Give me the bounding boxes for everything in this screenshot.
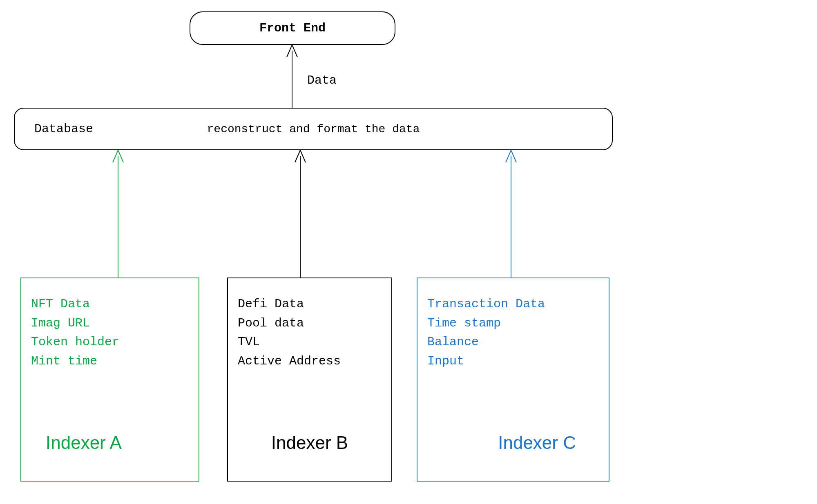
arrow-indexer-b-to-database bbox=[294, 150, 306, 278]
svg-line-7 bbox=[295, 150, 300, 162]
indexer-c-box: Transaction Data Time stamp Balance Inpu… bbox=[417, 278, 609, 482]
svg-line-2 bbox=[292, 45, 297, 57]
indexer-c-item: Input bbox=[427, 352, 599, 371]
indexer-c-item: Transaction Data bbox=[427, 295, 599, 314]
indexer-b-title: Indexer B bbox=[238, 433, 382, 471]
indexer-a-items: NFT Data Imag URL Token holder Mint time bbox=[31, 295, 189, 371]
indexer-a-box: NFT Data Imag URL Token holder Mint time… bbox=[20, 278, 199, 482]
data-arrow-label: Data bbox=[307, 73, 337, 87]
database-box: Database reconstruct and format the data bbox=[14, 108, 613, 150]
svg-line-8 bbox=[300, 150, 306, 162]
svg-line-4 bbox=[113, 150, 118, 162]
indexer-b-item: TVL bbox=[238, 333, 382, 352]
indexer-a-item: NFT Data bbox=[31, 295, 189, 314]
arrow-indexer-c-to-database bbox=[505, 150, 517, 278]
arrow-indexer-a-to-database bbox=[112, 150, 124, 278]
indexer-a-item: Mint time bbox=[31, 352, 189, 371]
svg-line-1 bbox=[287, 45, 292, 57]
front-end-label: Front End bbox=[259, 21, 326, 35]
svg-line-5 bbox=[118, 150, 123, 162]
svg-line-11 bbox=[511, 150, 516, 162]
svg-line-10 bbox=[506, 150, 511, 162]
arrow-database-to-frontend bbox=[286, 45, 298, 108]
indexer-b-item: Pool data bbox=[238, 314, 382, 333]
indexer-b-box: Defi Data Pool data TVL Active Address I… bbox=[227, 278, 392, 482]
front-end-box: Front End bbox=[190, 11, 395, 45]
indexer-c-items: Transaction Data Time stamp Balance Inpu… bbox=[427, 295, 599, 371]
indexer-c-item: Balance bbox=[427, 333, 599, 352]
indexer-a-item: Imag URL bbox=[31, 314, 189, 333]
indexer-b-items: Defi Data Pool data TVL Active Address bbox=[238, 295, 382, 371]
indexer-a-title: Indexer A bbox=[31, 433, 189, 471]
indexer-b-item: Defi Data bbox=[238, 295, 382, 314]
indexer-c-item: Time stamp bbox=[427, 314, 599, 333]
database-center-label: reconstruct and format the data bbox=[207, 123, 420, 135]
indexer-c-title: Indexer C bbox=[427, 433, 599, 471]
indexer-a-item: Token holder bbox=[31, 333, 189, 352]
indexer-b-item: Active Address bbox=[238, 352, 382, 371]
database-left-label: Database bbox=[34, 122, 93, 136]
